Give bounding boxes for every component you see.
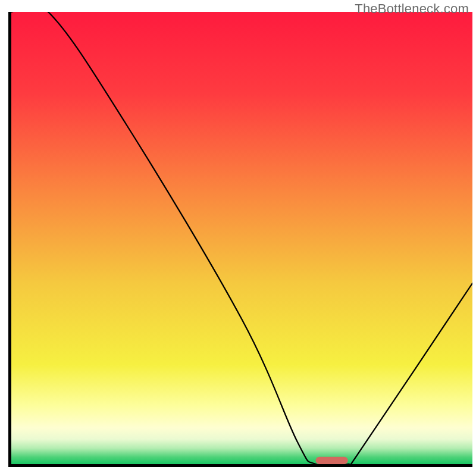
plot-area bbox=[8, 12, 472, 467]
svg-rect-1 bbox=[316, 457, 348, 464]
gradient-background bbox=[11, 12, 472, 464]
bottleneck-curve bbox=[11, 12, 472, 464]
svg-rect-0 bbox=[11, 12, 472, 464]
highlight-marker bbox=[11, 12, 472, 464]
chart-container: TheBottleneck.com bbox=[0, 0, 476, 476]
watermark-label: TheBottleneck.com bbox=[355, 1, 469, 17]
